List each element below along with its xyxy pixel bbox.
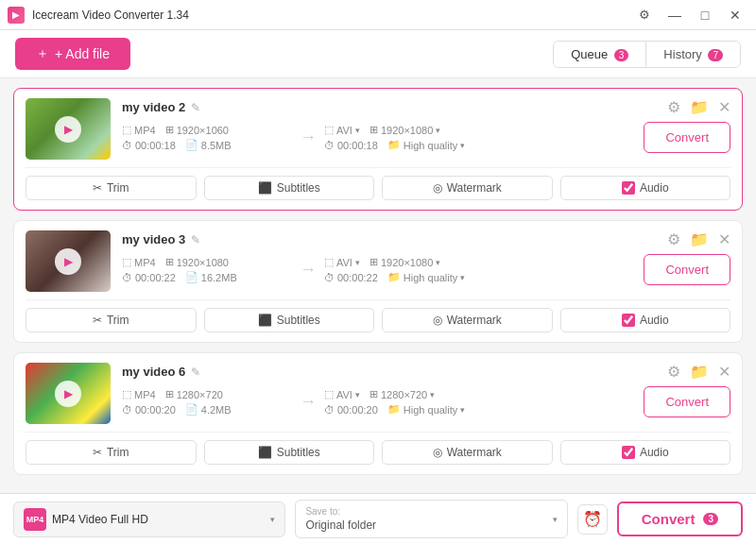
- subtitles-button-3[interactable]: ⬛ Subtitles: [204, 440, 375, 465]
- file-meta-bot-1: ⏱ 00:00:18 📄 8.5MB: [122, 139, 292, 151]
- res-icon-3: ⊞: [165, 388, 174, 400]
- queue-tab[interactable]: Queue 3: [554, 42, 646, 67]
- resolution-in-1: ⊞ 1920×1060: [165, 124, 229, 136]
- duration-in-3: ⏱ 00:00:20: [122, 404, 176, 416]
- save-to-label: Save to:: [305, 506, 552, 517]
- convert-all-badge: 3: [703, 513, 718, 525]
- app-icon: ▶: [8, 7, 25, 24]
- out-meta-bot-3: ⏱ 00:00:20 📁 High quality ▾: [324, 403, 494, 416]
- audio-toggle-2[interactable]: Audio: [560, 308, 731, 332]
- duration-in-2: ⏱ 00:00:22: [122, 272, 176, 283]
- res-out-icon-2: ⊞: [369, 256, 378, 268]
- watermark-button-3[interactable]: ◎ Watermark: [382, 440, 553, 465]
- edit-icon-3[interactable]: ✎: [191, 366, 200, 379]
- out-meta-top-2: ⬚ AVI ▾ ⊞ 1920×1080 ▾: [324, 256, 494, 268]
- thumbnail-1[interactable]: ▶: [26, 98, 111, 160]
- delete-btn-1[interactable]: ✕: [718, 98, 730, 116]
- close-button[interactable]: ✕: [722, 5, 748, 26]
- add-file-button[interactable]: ＋ + Add file: [15, 38, 130, 70]
- resolution-in-2: ⊞ 1920×1080: [165, 256, 229, 268]
- convert-button-1[interactable]: Convert: [644, 122, 730, 153]
- edit-icon-2[interactable]: ✎: [191, 233, 200, 246]
- play-button-1[interactable]: ▶: [55, 116, 81, 143]
- play-button-3[interactable]: ▶: [55, 381, 81, 407]
- audio-checkbox-3[interactable]: [622, 446, 635, 459]
- card-top-3: ▶ my video 6 ✎ ⚙ 📁 ✕ ⬚: [26, 363, 730, 424]
- subtitles-button-1[interactable]: ⬛ Subtitles: [204, 176, 375, 200]
- subtitles-button-2[interactable]: ⬛ Subtitles: [204, 308, 375, 332]
- settings-btn-2[interactable]: ⚙: [667, 230, 680, 248]
- format-in-2: ⬚ MP4: [122, 256, 156, 268]
- audio-checkbox-1[interactable]: [622, 181, 635, 195]
- history-tab[interactable]: History 7: [646, 42, 740, 67]
- resolution-out-2[interactable]: ⊞ 1920×1080 ▾: [369, 256, 440, 268]
- folder-btn-1[interactable]: 📁: [690, 98, 709, 116]
- out-meta-top-1: ⬚ AVI ▾ ⊞ 1920×1080 ▾: [324, 124, 494, 136]
- settings-icon-btn[interactable]: ⚙: [631, 5, 658, 26]
- convert-all-button[interactable]: Convert 3: [617, 502, 743, 536]
- watermark-button-2[interactable]: ◎ Watermark: [382, 308, 553, 332]
- res-icon-2: ⊞: [165, 256, 174, 268]
- edit-icon-1[interactable]: ✎: [191, 101, 200, 114]
- settings-btn-1[interactable]: ⚙: [667, 98, 680, 116]
- queue-label: Queue: [571, 47, 608, 61]
- trim-button-3[interactable]: ✂ Trim: [26, 440, 197, 465]
- convert-button-3[interactable]: Convert: [644, 386, 730, 417]
- thumbnail-3[interactable]: ▶: [26, 363, 111, 424]
- subtitles-icon-2: ⬛: [258, 314, 272, 327]
- maximize-button[interactable]: □: [692, 5, 718, 26]
- convert-button-2[interactable]: Convert: [644, 254, 730, 285]
- res-out-icon-3: ⊞: [369, 388, 378, 400]
- audio-checkbox-2[interactable]: [622, 314, 635, 327]
- audio-toggle-3[interactable]: Audio: [560, 440, 731, 465]
- subtitles-icon-1: ⬛: [258, 181, 272, 195]
- format-out-1[interactable]: ⬚ AVI ▾: [324, 124, 360, 136]
- convert-col-2: Convert: [494, 254, 730, 285]
- history-badge: 7: [708, 49, 723, 61]
- trim-button-1[interactable]: ✂ Trim: [26, 176, 197, 200]
- thumbnail-2[interactable]: ▶: [26, 230, 111, 292]
- subtitles-icon-3: ⬛: [258, 446, 272, 459]
- trim-button-2[interactable]: ✂ Trim: [26, 308, 197, 332]
- content-area: ▶ my video 2 ✎ ⚙ 📁 ✕ ⬚: [0, 78, 756, 493]
- format-in-1: ⬚ MP4: [122, 124, 156, 136]
- schedule-button[interactable]: ⏰: [577, 504, 608, 535]
- format-out-2[interactable]: ⬚ AVI ▾: [324, 256, 360, 268]
- file-meta-bot-3: ⏱ 00:00:20 📄 4.2MB: [122, 403, 292, 416]
- audio-toggle-1[interactable]: Audio: [560, 176, 731, 200]
- video-card-2: ▶ my video 3 ✎ ⚙ 📁 ✕ ⬚: [13, 220, 743, 343]
- card-icons-1: ⚙ 📁 ✕: [667, 98, 730, 116]
- folder-btn-3[interactable]: 📁: [690, 363, 709, 381]
- bottom-bar: MP4 MP4 Video Full HD ▾ Save to: Origina…: [0, 493, 756, 544]
- card-icons-2: ⚙ 📁 ✕: [667, 230, 730, 248]
- settings-btn-3[interactable]: ⚙: [667, 363, 680, 381]
- format-selector[interactable]: MP4 MP4 Video Full HD ▾: [13, 502, 285, 537]
- delete-btn-2[interactable]: ✕: [718, 230, 730, 248]
- app-title: Icecream Video Converter 1.34: [32, 8, 189, 22]
- out-metas-col-1: ⬚ AVI ▾ ⊞ 1920×1080 ▾: [324, 124, 494, 151]
- format-out-3[interactable]: ⬚ AVI ▾: [324, 388, 360, 400]
- resolution-out-3[interactable]: ⊞ 1280×720 ▾: [369, 388, 435, 400]
- delete-btn-3[interactable]: ✕: [718, 363, 730, 381]
- play-button-2[interactable]: ▶: [55, 248, 81, 275]
- watermark-icon-3: ◎: [433, 446, 442, 459]
- clock-icon: ⏰: [583, 510, 602, 528]
- arrow-right-3: →: [300, 392, 317, 412]
- quality-1[interactable]: 📁 High quality ▾: [387, 139, 465, 151]
- minimize-button[interactable]: —: [662, 5, 688, 26]
- quality-2[interactable]: 📁 High quality ▾: [387, 271, 465, 283]
- file-icon-2: 📄: [185, 271, 198, 283]
- card-actions-1: ✂ Trim ⬛ Subtitles ◎ Watermark Audio: [26, 167, 730, 200]
- folder-btn-2[interactable]: 📁: [690, 230, 709, 248]
- video-title-row-2: my video 3 ✎ ⚙ 📁 ✕: [122, 230, 730, 248]
- duration-out-1: ⏱ 00:00:18: [324, 140, 378, 151]
- quality-3[interactable]: 📁 High quality ▾: [387, 403, 465, 416]
- resolution-out-1[interactable]: ⊞ 1920×1080 ▾: [369, 124, 440, 136]
- clock-icon-3: ⏱: [122, 404, 132, 416]
- header: ＋ + Add file Queue 3 History 7: [0, 30, 756, 78]
- save-to-row[interactable]: Save to: Original folder ▾: [295, 500, 567, 538]
- watermark-button-1[interactable]: ◎ Watermark: [382, 176, 553, 200]
- file-meta-bot-2: ⏱ 00:00:22 📄 16.2MB: [122, 271, 292, 283]
- card-top-1: ▶ my video 2 ✎ ⚙ 📁 ✕ ⬚: [26, 98, 730, 160]
- quality-icon-3: 📁: [387, 403, 401, 416]
